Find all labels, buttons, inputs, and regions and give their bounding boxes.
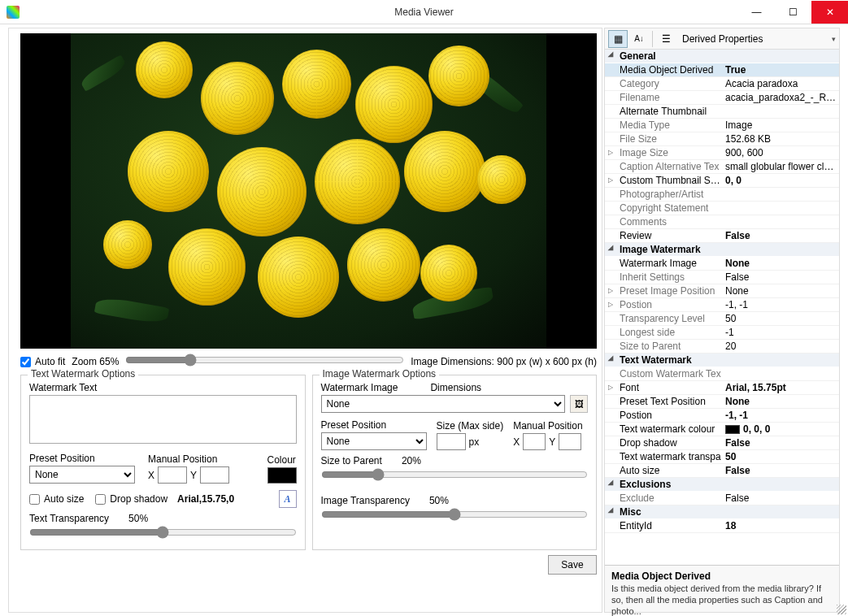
property-row[interactable]: ▷Preset Image PositionNone — [605, 284, 839, 298]
property-row[interactable]: ▷Custom Thumbnail Size0, 0 — [605, 174, 839, 188]
property-row[interactable]: CategoryAcacia paradoxa — [605, 77, 839, 91]
property-row[interactable]: Copyright Statement — [605, 202, 839, 215]
text-wm-colour-swatch[interactable] — [267, 467, 297, 484]
property-row[interactable]: File Size152.68 KB — [605, 132, 839, 146]
property-row[interactable]: Preset Text PositionNone — [605, 395, 839, 409]
size-to-parent-slider[interactable] — [321, 468, 589, 481]
property-row[interactable]: Watermark ImageNone — [605, 257, 839, 271]
image-wm-size-input[interactable] — [437, 433, 466, 450]
text-preset-position-select[interactable]: None — [29, 466, 135, 484]
font-display: Arial,15.75,0 — [177, 493, 234, 505]
text-transparency-slider[interactable] — [29, 526, 297, 539]
property-row[interactable]: Comments — [605, 215, 839, 229]
close-button[interactable]: ✕ — [811, 1, 848, 24]
property-category[interactable]: General — [605, 50, 839, 63]
auto-fit-checkbox[interactable]: Auto fit — [20, 356, 65, 367]
watermark-image-select[interactable]: None — [321, 395, 566, 413]
property-category[interactable]: Exclusions — [605, 478, 839, 492]
property-row[interactable]: Auto sizeFalse — [605, 464, 839, 478]
property-grid[interactable]: GeneralMedia Object DerivedTrueCategoryA… — [605, 50, 839, 565]
property-row[interactable]: Drop shadowFalse — [605, 436, 839, 450]
text-wm-x-input[interactable] — [158, 466, 187, 484]
image-wm-y-input[interactable] — [559, 433, 581, 450]
flower-photo — [71, 33, 546, 349]
maximize-button[interactable]: ☐ — [775, 1, 811, 24]
text-watermark-group: Text Watermark Options Watermark Text Pr… — [20, 375, 306, 550]
zoom-slider[interactable] — [125, 354, 404, 367]
image-preview[interactable] — [20, 33, 597, 349]
resize-grip[interactable] — [837, 605, 846, 614]
auto-size-checkbox[interactable]: Auto size — [29, 493, 84, 505]
property-row[interactable]: EntityId18 — [605, 519, 839, 533]
property-row[interactable]: Custom Watermark Tex — [605, 367, 839, 381]
property-row[interactable]: ▷Postion-1, -1 — [605, 298, 839, 312]
image-transparency-slider[interactable] — [321, 508, 589, 521]
alphabetical-view-button[interactable]: A↓ — [629, 30, 649, 48]
property-row[interactable]: ReviewFalse — [605, 229, 839, 243]
property-row[interactable]: Filenameacacia_paradoxa2_-_RFR.jpg — [605, 91, 839, 105]
property-row[interactable]: Text watermark transpa50 — [605, 450, 839, 464]
property-row[interactable]: ExcludeFalse — [605, 492, 839, 505]
property-row[interactable]: Size to Parent20 — [605, 340, 839, 354]
property-category[interactable]: Misc — [605, 505, 839, 519]
window-title: Media Viewer — [394, 7, 453, 18]
app-icon — [7, 6, 20, 19]
categorized-view-button[interactable]: ▦ — [608, 30, 628, 48]
property-category[interactable]: Text Watermark — [605, 354, 839, 367]
property-row[interactable]: Photographer/Artist — [605, 188, 839, 202]
property-row[interactable]: Transparency Level50 — [605, 312, 839, 326]
chevron-down-icon: ▾ — [832, 35, 836, 43]
minimize-button[interactable]: — — [738, 1, 775, 24]
titlebar: Media Viewer — ☐ ✕ — [0, 0, 848, 24]
zoom-label: Zoom 65% — [72, 356, 119, 367]
property-row[interactable]: Inherit SettingsFalse — [605, 271, 839, 284]
watermark-text-input[interactable] — [29, 395, 297, 444]
property-row[interactable]: Alternate Thumbnail — [605, 105, 839, 119]
property-description: Media Object Derived Is this media objec… — [605, 565, 839, 612]
save-button[interactable]: Save — [548, 555, 597, 575]
property-row[interactable]: Text watermark colour0, 0, 0 — [605, 423, 839, 436]
property-row[interactable]: Media Object DerivedTrue — [605, 63, 839, 77]
font-picker-button[interactable]: A — [279, 490, 297, 508]
browse-image-button[interactable]: 🖼 — [570, 395, 588, 413]
image-wm-x-input[interactable] — [523, 433, 546, 450]
property-toolbar: ▦ A↓ ☰ Derived Properties ▾ — [605, 28, 839, 50]
property-category[interactable]: Image Watermark — [605, 243, 839, 257]
property-row[interactable]: ▷FontArial, 15.75pt — [605, 381, 839, 395]
image-dimensions-label: Image Dimensions: 900 px (w) x 600 px (h… — [411, 356, 597, 367]
property-row[interactable]: Media TypeImage — [605, 119, 839, 132]
property-row[interactable]: Longest side-1 — [605, 326, 839, 340]
drop-shadow-checkbox[interactable]: Drop shadow — [95, 493, 167, 505]
property-row[interactable]: ▷Image Size900, 600 — [605, 146, 839, 160]
property-row[interactable]: Caption Alternative Texsmall globular fl… — [605, 160, 839, 174]
text-wm-y-input[interactable] — [200, 466, 229, 484]
property-row[interactable]: Postion-1, -1 — [605, 409, 839, 423]
image-preset-position-select[interactable]: None — [321, 432, 427, 450]
property-pages-button[interactable]: ☰ — [656, 30, 676, 48]
property-scope-dropdown[interactable]: Derived Properties — [682, 33, 830, 45]
image-watermark-group: Image Watermark Options Watermark Image … — [312, 375, 598, 550]
